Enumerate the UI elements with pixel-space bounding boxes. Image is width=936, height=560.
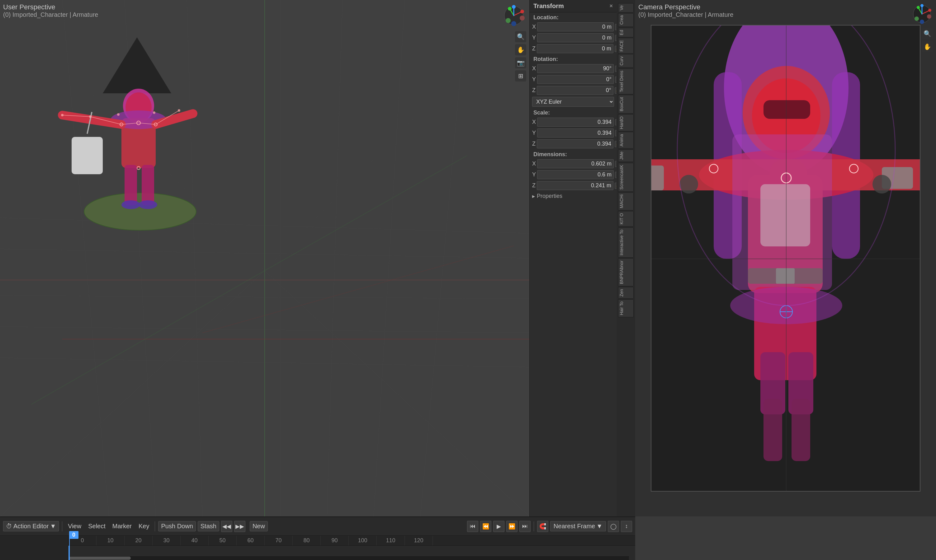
rotation-mode-select[interactable]: XYZ Euler xyxy=(532,97,614,107)
svg-point-60 xyxy=(520,15,525,20)
tick-60: 60 xyxy=(237,536,265,545)
svg-point-70 xyxy=(927,14,931,18)
location-z-input[interactable] xyxy=(537,44,614,53)
rotation-y-input[interactable] xyxy=(537,75,614,84)
camera-rotation-gizmo[interactable] xyxy=(911,3,933,25)
side-tab-curv[interactable]: Curv xyxy=(618,54,634,68)
side-tab-face[interactable]: FACE xyxy=(618,38,634,54)
svg-line-19 xyxy=(265,0,529,271)
playback-jump-end[interactable]: ⏭ xyxy=(520,521,530,532)
tick-80: 80 xyxy=(293,536,321,545)
rotation-gizmo[interactable] xyxy=(501,3,526,28)
character-3d-model xyxy=(31,18,249,237)
tick-50: 50 xyxy=(209,536,237,545)
camera-icon[interactable]: 📷 xyxy=(515,57,526,68)
transform-panel-header: Transform × xyxy=(530,0,617,12)
snap-mode-dropdown[interactable]: Nearest Frame ▼ xyxy=(550,521,606,531)
snap-toggle[interactable]: 🧲 xyxy=(537,521,548,532)
new-action-button[interactable]: New xyxy=(250,521,268,531)
dim-y-label: Y xyxy=(532,171,536,178)
side-tab-interactive[interactable]: Interactive To xyxy=(618,228,634,258)
location-x-input[interactable] xyxy=(537,22,614,31)
current-frame-indicator xyxy=(69,535,70,560)
side-tab-screencast[interactable]: ScreencastK xyxy=(618,163,634,192)
prev-frame-btn[interactable]: ◀◀ xyxy=(221,521,232,532)
svg-point-55 xyxy=(520,10,524,13)
dimensions-z-input[interactable] xyxy=(537,181,614,190)
rotation-mode-row: XYZ Euler xyxy=(530,96,617,108)
push-down-button[interactable]: Push Down xyxy=(158,521,196,531)
dimensions-x-input[interactable] xyxy=(537,159,614,168)
sync-btn[interactable]: ↕ xyxy=(621,521,632,532)
camera-zoom-icon[interactable]: 🔍 xyxy=(922,28,933,39)
transform-title: Transform xyxy=(534,3,564,10)
properties-label: Properties xyxy=(537,193,562,199)
dimensions-y-input[interactable] xyxy=(537,170,614,179)
side-tab-jme[interactable]: JMe xyxy=(618,149,634,162)
grid-icon[interactable]: ⊞ xyxy=(515,70,526,82)
scale-y-input[interactable] xyxy=(537,128,614,137)
camera-hand-icon[interactable]: ✋ xyxy=(922,41,933,52)
svg-line-21 xyxy=(202,246,514,333)
svg-rect-33 xyxy=(72,137,103,174)
dimensions-y-row: Y 🔓 ⬤ xyxy=(530,169,617,180)
location-y-input[interactable] xyxy=(537,33,614,42)
svg-point-62 xyxy=(511,21,516,26)
playback-prev-key[interactable]: ⏪ xyxy=(480,521,491,532)
svg-line-23 xyxy=(265,155,467,271)
current-frame-box: 0 xyxy=(69,531,79,539)
current-frame-line xyxy=(68,546,69,560)
stash-label: Stash xyxy=(200,523,216,530)
dim-x-label: X xyxy=(532,160,536,167)
rotation-x-input[interactable] xyxy=(537,64,614,73)
location-x-row: X 🔓 ⬤ xyxy=(530,22,617,32)
side-tab-anima[interactable]: Anima xyxy=(618,132,634,149)
rot-z-label: Z xyxy=(532,87,535,94)
side-tab-ve[interactable]: Ve xyxy=(618,3,634,12)
sep-1 xyxy=(62,522,62,531)
proportional-edit-btn[interactable]: ◯ xyxy=(608,521,619,532)
transform-close-btn[interactable]: × xyxy=(609,3,613,9)
side-tab-zen[interactable]: Zen xyxy=(618,287,634,298)
playback-play[interactable]: ▶ xyxy=(493,521,504,532)
side-tab-boxcut[interactable]: BoxCut xyxy=(618,95,634,114)
side-tab-machi[interactable]: MACHi xyxy=(618,192,634,210)
side-tab-hardo[interactable]: HardO xyxy=(618,114,634,131)
properties-toggle[interactable]: ▶ Properties xyxy=(532,193,614,199)
properties-triangle-icon: ▶ xyxy=(532,194,535,198)
tick-90: 90 xyxy=(321,536,349,545)
rotation-z-input[interactable] xyxy=(537,86,614,95)
camera-viewport[interactable]: Camera Perspective (0) Imported_Characte… xyxy=(635,0,936,517)
scale-x-input[interactable] xyxy=(537,118,614,127)
hand-icon[interactable]: ✋ xyxy=(515,44,526,55)
stash-button[interactable]: Stash xyxy=(198,521,219,531)
side-tab-ed[interactable]: Ed xyxy=(618,28,634,37)
main-viewport[interactable]: User Perspective (0) Imported_Character … xyxy=(0,0,529,517)
side-tab-crea[interactable]: Crea xyxy=(618,13,634,27)
marker-menu[interactable]: Marker xyxy=(110,522,134,531)
tick-20: 20 xyxy=(125,536,153,545)
side-tab-texeldens[interactable]: Texel Dens xyxy=(618,68,634,94)
svg-marker-26 xyxy=(103,37,171,93)
tick-40: 40 xyxy=(180,536,209,545)
scale-z-input[interactable] xyxy=(537,139,614,148)
side-tab-bnpr[interactable]: BNPRAbnor xyxy=(618,258,634,286)
side-tabs-panel: Ve Crea Ed FACE Curv Texel Dens BoxCut H… xyxy=(617,0,635,517)
next-frame-btn[interactable]: ▶▶ xyxy=(234,521,245,532)
timeline-scrollbar[interactable] xyxy=(68,555,629,560)
select-menu[interactable]: Select xyxy=(86,522,108,531)
view-menu[interactable]: View xyxy=(65,522,84,531)
marker-label: Marker xyxy=(113,523,132,530)
playback-next-key[interactable]: ⏩ xyxy=(506,521,518,532)
svg-point-100 xyxy=(679,175,698,194)
push-down-label: Push Down xyxy=(161,523,193,530)
editor-type-dropdown[interactable]: ⏱ Action Editor ▼ xyxy=(3,521,59,531)
key-menu[interactable]: Key xyxy=(136,522,152,531)
scale-label: Scale: xyxy=(530,108,617,117)
zoom-icon[interactable]: 🔍 xyxy=(515,31,526,42)
svg-line-22 xyxy=(31,271,265,405)
playback-jump-start[interactable]: ⏮ xyxy=(467,521,478,532)
side-tab-kito[interactable]: KIT O xyxy=(618,211,634,226)
side-tab-hairto[interactable]: Hair To xyxy=(618,299,634,317)
timeline-scrollbar-thumb[interactable] xyxy=(68,557,131,560)
